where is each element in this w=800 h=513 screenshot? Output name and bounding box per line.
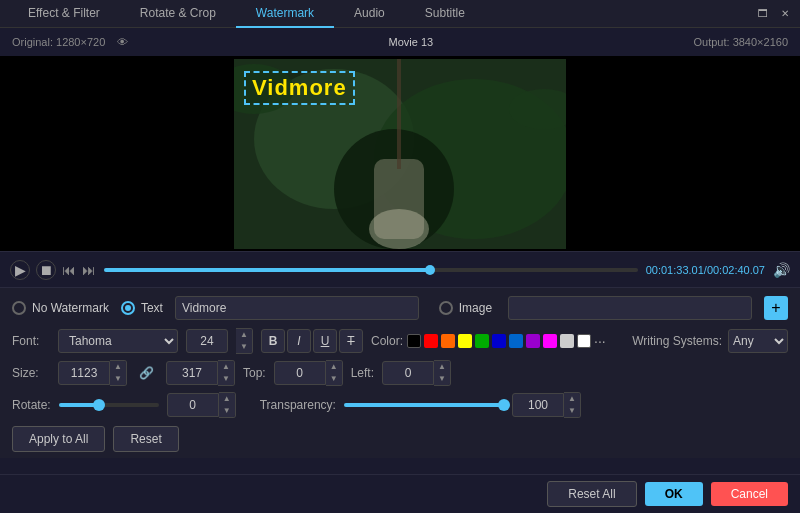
text-watermark-label: Text: [141, 301, 163, 315]
rotate-thumb[interactable]: [93, 399, 105, 411]
reset-all-button[interactable]: Reset All: [547, 481, 636, 507]
color-swatches: ···: [407, 333, 606, 349]
close-button[interactable]: ✕: [778, 7, 792, 21]
size-height-spinners: ▲ ▼: [218, 360, 235, 386]
rotate-down[interactable]: ▼: [219, 405, 235, 417]
font-select[interactable]: Tahoma: [58, 329, 178, 353]
font-size-down[interactable]: ▼: [236, 341, 252, 353]
swatch-gray[interactable]: [560, 334, 574, 348]
rotate-input[interactable]: [167, 393, 219, 417]
rotate-value-group: ▲ ▼: [167, 392, 236, 418]
size-label: Size:: [12, 366, 50, 380]
image-watermark-radio[interactable]: [439, 301, 453, 315]
next-button[interactable]: ⏭: [82, 262, 96, 278]
rotate-row: Rotate: ▲ ▼ Transparency: ▲ ▼: [12, 392, 788, 418]
progress-bar[interactable]: [104, 268, 638, 272]
link-icon[interactable]: 🔗: [135, 366, 158, 380]
size-width-group: ▲ ▼: [58, 360, 127, 386]
transparency-slider[interactable]: [344, 403, 504, 407]
text-watermark-option[interactable]: Text: [121, 301, 163, 315]
width-up[interactable]: ▲: [110, 361, 126, 373]
stop-button[interactable]: ⏹: [36, 260, 56, 280]
swatch-red[interactable]: [424, 334, 438, 348]
left-label: Left:: [351, 366, 374, 380]
font-size-input[interactable]: [186, 329, 228, 353]
transparency-down[interactable]: ▼: [564, 405, 580, 417]
size-width-input[interactable]: [58, 361, 110, 385]
rotate-slider[interactable]: [59, 403, 159, 407]
top-spinners: ▲ ▼: [326, 360, 343, 386]
tab-rotate-crop[interactable]: Rotate & Crop: [120, 0, 236, 28]
ok-button[interactable]: OK: [645, 482, 703, 506]
tab-audio[interactable]: Audio: [334, 0, 405, 28]
swatch-green[interactable]: [475, 334, 489, 348]
prev-button[interactable]: ⏮: [62, 262, 76, 278]
swatch-pink[interactable]: [543, 334, 557, 348]
text-watermark-radio[interactable]: [121, 301, 135, 315]
time-total: 00:02:40.07: [707, 264, 765, 276]
font-label: Font:: [12, 334, 50, 348]
volume-icon[interactable]: 🔊: [773, 262, 790, 278]
size-height-input[interactable]: [166, 361, 218, 385]
reset-button[interactable]: Reset: [113, 426, 178, 452]
swatch-purple[interactable]: [526, 334, 540, 348]
size-width-spinners: ▲ ▼: [110, 360, 127, 386]
top-up[interactable]: ▲: [326, 361, 342, 373]
radio-dot: [125, 305, 131, 311]
swatch-yellow[interactable]: [458, 334, 472, 348]
font-size-spinners: ▲ ▼: [236, 328, 253, 354]
no-watermark-option[interactable]: No Watermark: [12, 301, 109, 315]
transparency-label: Transparency:: [260, 398, 336, 412]
height-up[interactable]: ▲: [218, 361, 234, 373]
swatch-blue[interactable]: [509, 334, 523, 348]
left-input[interactable]: [382, 361, 434, 385]
top-down[interactable]: ▼: [326, 373, 342, 385]
apply-to-all-button[interactable]: Apply to All: [12, 426, 105, 452]
swatch-blue-dark[interactable]: [492, 334, 506, 348]
swatch-orange[interactable]: [441, 334, 455, 348]
font-size-up[interactable]: ▲: [236, 329, 252, 341]
transparency-input[interactable]: [512, 393, 564, 417]
transparency-up[interactable]: ▲: [564, 393, 580, 405]
image-watermark-option[interactable]: Image: [439, 301, 492, 315]
top-input[interactable]: [274, 361, 326, 385]
color-label: Color:: [371, 334, 403, 348]
underline-button[interactable]: U: [313, 329, 337, 353]
left-up[interactable]: ▲: [434, 361, 450, 373]
action-buttons-row: Apply to All Reset: [12, 426, 788, 452]
rotate-up[interactable]: ▲: [219, 393, 235, 405]
bold-button[interactable]: B: [261, 329, 285, 353]
swatch-white[interactable]: [577, 334, 591, 348]
tab-effect-filter[interactable]: Effect & Filter: [8, 0, 120, 28]
controls-panel: No Watermark Text Image + Font: Tahoma ▲…: [0, 287, 800, 458]
writing-systems-select[interactable]: Any: [728, 329, 788, 353]
add-image-button[interactable]: +: [764, 296, 788, 320]
swatch-black[interactable]: [407, 334, 421, 348]
strikethrough-button[interactable]: T: [339, 329, 363, 353]
top-group: ▲ ▼: [274, 360, 343, 386]
play-button[interactable]: ▶: [10, 260, 30, 280]
title-bar: Effect & Filter Rotate & Crop Watermark …: [0, 0, 800, 28]
watermark-text-input[interactable]: [175, 296, 419, 320]
image-path-input[interactable]: [508, 296, 752, 320]
tab-watermark[interactable]: Watermark: [236, 0, 334, 28]
tab-subtitle[interactable]: Subtitle: [405, 0, 485, 28]
tab-bar: Effect & Filter Rotate & Crop Watermark …: [8, 0, 485, 28]
no-watermark-radio[interactable]: [12, 301, 26, 315]
writing-systems-label: Writing Systems:: [632, 334, 722, 348]
watermark-type-row: No Watermark Text Image +: [12, 296, 788, 320]
width-down[interactable]: ▼: [110, 373, 126, 385]
progress-fill: [104, 268, 430, 272]
progress-thumb[interactable]: [425, 265, 435, 275]
time-display: 00:01:33.01/00:02:40.07: [646, 264, 765, 276]
original-resolution: Original: 1280×720: [12, 36, 105, 48]
height-down[interactable]: ▼: [218, 373, 234, 385]
watermark-preview: Vidmore: [244, 71, 355, 105]
cancel-button[interactable]: Cancel: [711, 482, 788, 506]
left-down[interactable]: ▼: [434, 373, 450, 385]
more-colors-button[interactable]: ···: [594, 333, 606, 349]
eye-icon[interactable]: 👁: [117, 36, 128, 48]
italic-button[interactable]: I: [287, 329, 311, 353]
minimize-button[interactable]: 🗖: [756, 7, 770, 21]
transparency-thumb[interactable]: [498, 399, 510, 411]
